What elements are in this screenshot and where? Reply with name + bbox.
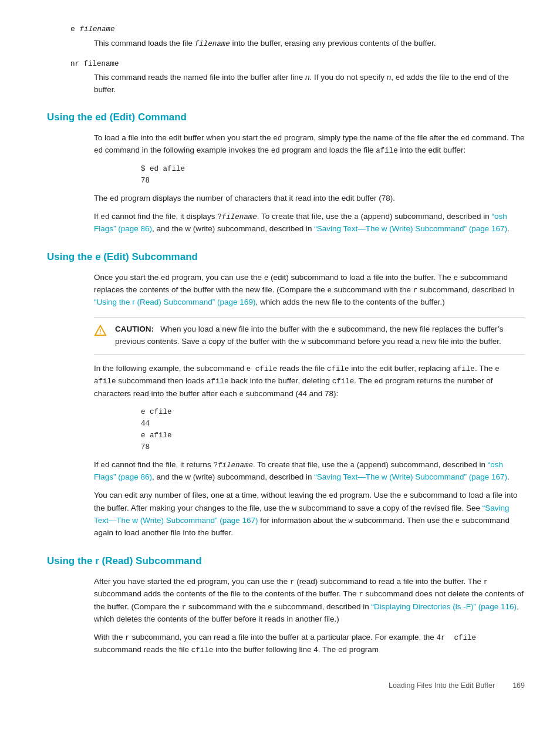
svg-text:!: !: [99, 329, 101, 335]
cmd-e-filename: e filename This command loads the file f…: [47, 23, 525, 50]
para-e-1: Once you start the ed program, you can u…: [94, 272, 525, 309]
section-heading-ed-command: Using the ed (Edit) Command: [47, 110, 525, 125]
caution-label: CAUTION:: [115, 325, 154, 333]
section-heading-r-subcommand: Using the r (Read) Subcommand: [47, 553, 525, 569]
section-ed-command-body: To load a file into the edit buffer when…: [94, 132, 525, 235]
link-displaying-dirs[interactable]: “Displaying Directories (ls -F)” (page 1…: [372, 602, 517, 611]
page-content: e filename This command loads the file f…: [47, 23, 525, 691]
para-r-1: After you have started the ed program, y…: [94, 576, 525, 626]
link-saving-text-1[interactable]: “Saving Text—The w (Write) Subcommand” (…: [314, 224, 507, 233]
para-ed-3: If ed cannot find the file, it displays …: [94, 211, 525, 235]
para-e-3: If ed cannot find the file, it returns ?…: [94, 459, 525, 484]
footer-page-number: 169: [512, 680, 525, 691]
footer-title: Loading Files Into the Edit Buffer: [389, 680, 495, 691]
code-block-e-cfile: e cfile44e afile78: [141, 406, 525, 453]
caution-box: ! CAUTION: When you load a new file into…: [94, 317, 525, 355]
caution-content: CAUTION: When you load a new file into t…: [115, 323, 525, 348]
para-ed-1: To load a file into the edit buffer when…: [94, 132, 525, 157]
cmd-nr-line: nr filename: [70, 58, 525, 70]
caution-triangle-icon: !: [94, 324, 107, 337]
para-e-2: In the following example, the subcommand…: [94, 363, 525, 400]
link-saving-text-2[interactable]: “Saving Text—The w (Write) Subcommand” (…: [314, 472, 507, 481]
section-r-subcommand-body: After you have started the ed program, y…: [94, 576, 525, 657]
cmd-nr-desc: This command reads the named file into t…: [94, 72, 525, 96]
cmd-nr-filename: nr filename This command reads the named…: [47, 58, 525, 96]
link-saving-text-3[interactable]: “Saving Text—The w (Write) Subcommand” (…: [94, 504, 509, 525]
section-heading-e-subcommand: Using the e (Edit) Subcommand: [47, 249, 525, 265]
para-r-2: With the r subcommand, you can read a fi…: [94, 632, 525, 657]
page-footer: Loading Files Into the Edit Buffer 169: [47, 680, 525, 691]
cmd-e-line: e filename: [70, 23, 525, 35]
section-e-subcommand-body: Once you start the ed program, you can u…: [94, 272, 525, 540]
cmd-e-desc: This command loads the file filename int…: [94, 38, 525, 50]
code-block-ed-afile: $ ed afile78: [141, 163, 525, 187]
para-ed-2: The ed program displays the number of ch…: [94, 193, 525, 205]
para-e-4: You can edit any number of files, one at…: [94, 490, 525, 539]
link-r-subcommand-1[interactable]: “Using the r (Read) Subcommand” (page 16…: [94, 298, 255, 306]
